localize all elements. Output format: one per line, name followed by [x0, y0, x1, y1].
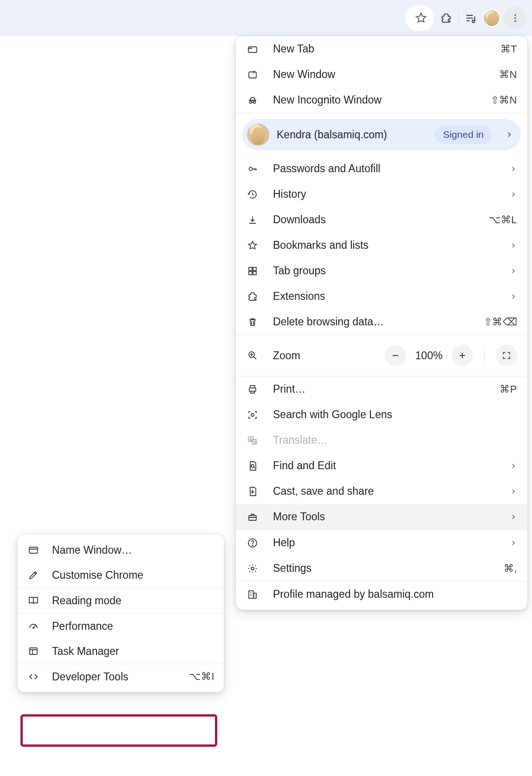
menu-item-cast[interactable]: Cast, save and share: [236, 479, 527, 504]
chevron-right-icon: [510, 462, 517, 470]
svg-rect-27: [30, 648, 37, 654]
menu-label: Customise Chrome: [52, 569, 214, 582]
menu-label: Print…: [273, 383, 500, 395]
submenu-item-customise[interactable]: Customise Chrome: [18, 563, 224, 588]
menu-label: New Incognito Window: [273, 94, 491, 106]
menu-item-delete-data[interactable]: Delete browsing data… ⇧⌘⌫: [236, 309, 527, 335]
submenu-item-name-window[interactable]: Name Window…: [18, 537, 224, 563]
star-icon[interactable]: [412, 9, 430, 27]
menu-item-new-window[interactable]: New Window ⌘N: [236, 62, 527, 87]
svg-point-3: [514, 20, 516, 22]
menu-label: Find and Edit: [273, 459, 510, 472]
tab-icon: [247, 44, 273, 55]
menu-label: Delete browsing data…: [273, 316, 484, 328]
fullscreen-button[interactable]: [496, 345, 517, 366]
zoom-out-button[interactable]: [385, 345, 406, 366]
svg-point-6: [250, 101, 252, 103]
submenu-item-reading-mode[interactable]: Reading mode: [18, 588, 224, 613]
new-window-icon: [247, 69, 273, 80]
svg-point-22: [251, 567, 254, 570]
menu-item-bookmarks[interactable]: Bookmarks and lists: [236, 233, 527, 258]
menu-label: Search with Google Lens: [273, 408, 517, 421]
svg-rect-11: [249, 272, 252, 275]
zoom-value: 100%: [413, 349, 445, 362]
zoom-icon: [247, 350, 273, 361]
layout-icon: [28, 646, 52, 657]
incognito-icon: [247, 95, 273, 106]
profile-name: Kendra (balsamiq.com): [277, 129, 427, 141]
menu-item-tab-groups[interactable]: Tab groups: [236, 258, 527, 284]
svg-rect-10: [253, 267, 256, 271]
submenu-section-2: Reading mode: [18, 588, 224, 613]
menu-label: Translate…: [273, 434, 517, 446]
zoom-in-button[interactable]: [452, 345, 473, 366]
trash-icon: [247, 317, 273, 328]
star-icon: [247, 240, 273, 251]
svg-point-2: [514, 17, 516, 19]
menu-section-managed: Profile managed by balsamiq.com: [236, 581, 527, 607]
chevron-right-icon: [510, 539, 517, 547]
submenu-item-performance[interactable]: Performance: [18, 614, 224, 639]
chevron-right-icon: [510, 242, 517, 249]
separator: [484, 346, 485, 365]
history-icon: [247, 189, 273, 200]
svg-rect-25: [29, 547, 38, 553]
menu-item-new-incognito[interactable]: New Incognito Window ⇧⌘N: [236, 87, 527, 113]
svg-point-8: [249, 167, 253, 170]
toolbox-icon: [247, 511, 273, 523]
chevron-right-icon: [505, 130, 513, 139]
menu-item-new-tab[interactable]: New Tab ⌘T: [236, 36, 527, 62]
toolbar-separator: [458, 11, 459, 25]
menu-item-lens[interactable]: Search with Google Lens: [236, 402, 527, 427]
menu-item-find[interactable]: Find and Edit: [236, 453, 527, 479]
media-control-icon[interactable]: [461, 9, 480, 27]
menu-label: Task Manager: [52, 645, 214, 658]
menu-label: Settings: [273, 562, 504, 575]
extension-icon[interactable]: [437, 9, 455, 27]
menu-item-downloads[interactable]: Downloads ⌥⌘L: [236, 207, 527, 233]
menu-zoom-row: Zoom 100%: [236, 335, 527, 376]
menu-section-tools: Print… ⌘P Search with Google Lens Transl…: [236, 376, 527, 530]
svg-rect-4: [248, 47, 257, 52]
menu-label: Extensions: [273, 290, 510, 303]
menu-section-profile: Kendra (balsamiq.com) Signed in Password…: [236, 113, 527, 335]
shortcut: ⌘,: [504, 563, 517, 575]
more-tools-submenu: Name Window… Customise Chrome Reading mo…: [18, 535, 224, 692]
submenu-section-4: Developer Tools ⌥⌘I: [18, 664, 224, 689]
menu-item-help[interactable]: Help: [236, 530, 527, 556]
submenu-item-developer-tools[interactable]: Developer Tools ⌥⌘I: [18, 664, 224, 689]
menu-item-history[interactable]: History: [236, 181, 527, 207]
svg-point-26: [33, 627, 34, 628]
menu-label: Downloads: [273, 213, 489, 226]
menu-label: Help: [273, 537, 510, 549]
menu-item-settings[interactable]: Settings ⌘,: [236, 556, 527, 581]
svg-rect-9: [249, 267, 252, 271]
cast-icon: [247, 486, 273, 497]
menu-label: Tab groups: [273, 265, 510, 277]
shortcut: ⌥⌘I: [189, 671, 214, 683]
menu-item-more-tools[interactable]: More Tools: [236, 504, 527, 530]
menu-profile-row[interactable]: Kendra (balsamiq.com) Signed in: [242, 119, 521, 150]
menu-label: More Tools: [273, 511, 510, 523]
menu-label: Name Window…: [52, 544, 214, 556]
menu-item-print[interactable]: Print… ⌘P: [236, 376, 527, 402]
menu-section-help: Help Settings ⌘,: [236, 530, 527, 581]
menu-label: Passwords and Autofill: [273, 162, 510, 175]
code-icon: [28, 671, 52, 682]
chevron-right-icon: [510, 165, 517, 173]
chrome-main-menu: New Tab ⌘T New Window ⌘N New Incognito W…: [236, 36, 527, 610]
profile-avatar-icon[interactable]: [483, 9, 500, 27]
gauge-icon: [28, 621, 52, 632]
chevron-right-icon: [510, 267, 517, 275]
signed-in-badge: Signed in: [435, 125, 492, 144]
menu-item-passwords[interactable]: Passwords and Autofill: [236, 156, 527, 181]
submenu-item-task-manager[interactable]: Task Manager: [18, 639, 224, 664]
more-menu-button[interactable]: [504, 7, 526, 29]
book-icon: [28, 595, 52, 606]
pencil-icon: [28, 569, 52, 581]
window-icon: [28, 544, 52, 556]
toolbar-right: [405, 5, 434, 31]
menu-item-managed[interactable]: Profile managed by balsamiq.com: [236, 582, 527, 607]
menu-item-extensions[interactable]: Extensions: [236, 284, 527, 309]
menu-section-zoom: Zoom 100%: [236, 335, 527, 376]
